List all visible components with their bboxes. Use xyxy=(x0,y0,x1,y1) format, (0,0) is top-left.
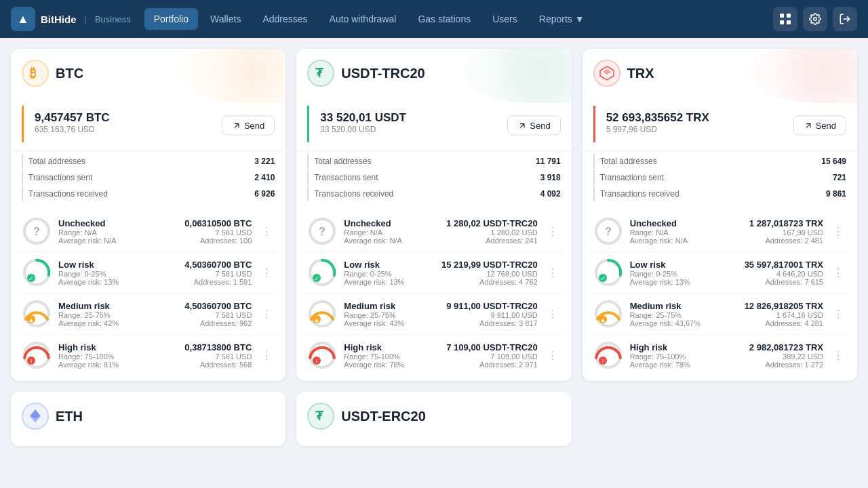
risk-gauge-question: ? xyxy=(307,216,337,246)
risk-label: Medium risk xyxy=(58,301,178,311)
risk-menu-button[interactable]: ⋮ xyxy=(545,305,561,323)
nav-gas-stations[interactable]: Gas stations xyxy=(408,8,480,30)
risk-label: Unchecked xyxy=(58,218,178,228)
send-icon xyxy=(517,121,527,130)
risk-gauge-question: ? xyxy=(22,216,52,246)
stat-label: Transactions sent xyxy=(600,173,664,182)
stat-value: 15 649 xyxy=(821,157,846,166)
risk-menu-button[interactable]: ⋮ xyxy=(258,346,275,365)
risk-menu-button[interactable]: ⋮ xyxy=(830,305,846,323)
risk-amount: 1 280,02 USDT-TRC20 xyxy=(446,218,537,228)
risk-usd: 7 581 USD xyxy=(184,270,252,278)
risk-usd: 12 768,00 USD xyxy=(441,270,538,278)
svg-rect-3 xyxy=(787,20,791,24)
nav-reports[interactable]: Reports ▼ xyxy=(530,8,594,30)
svg-text:₮: ₮ xyxy=(315,409,324,423)
risk-gauge-high: ! xyxy=(22,340,52,370)
card-header: ₿ BTC xyxy=(11,49,285,103)
send-button[interactable]: Send xyxy=(507,116,560,136)
risk-values: 7 109,00 USDT-TRC20 7 109,00 USD Address… xyxy=(446,342,537,369)
stat-row: Total addresses 3 221 xyxy=(22,154,275,169)
risk-usd: 389,22 USD xyxy=(749,352,823,361)
bottom-card-eth: ETH xyxy=(11,392,285,446)
risk-gauge-medium: ▲ xyxy=(593,299,623,329)
send-button[interactable]: Send xyxy=(222,116,275,136)
risk-menu-button[interactable]: ⋮ xyxy=(545,346,561,365)
risk-info: Medium risk Range: 25-75% Average risk: … xyxy=(58,301,178,327)
risk-avg: Average risk: 13% xyxy=(630,278,738,286)
svg-line-20 xyxy=(520,123,524,127)
risk-gauge-question: ? xyxy=(593,216,623,246)
risk-info: Unchecked Range: N/A Average risk: N/A xyxy=(630,218,743,245)
stat-row: Transactions sent 721 xyxy=(593,170,846,185)
settings-button[interactable] xyxy=(803,7,827,31)
nav-users[interactable]: Users xyxy=(483,8,527,30)
svg-rect-1 xyxy=(787,14,791,18)
stat-label: Transactions received xyxy=(600,189,679,199)
stat-label: Total addresses xyxy=(28,157,85,166)
send-button[interactable]: Send xyxy=(793,116,846,136)
logout-button[interactable] xyxy=(833,7,857,31)
risk-menu-button[interactable]: ⋮ xyxy=(258,222,275,241)
risk-addr: Addresses: 241 xyxy=(446,237,537,245)
svg-rect-0 xyxy=(780,14,784,18)
stat-row: Total addresses 11 791 xyxy=(307,154,560,169)
coin-card-btc: ₿ BTC 9,457457 BTC 635 163,76 USD Send xyxy=(11,49,285,381)
stat-row: Transactions received 9 861 xyxy=(593,186,846,201)
risk-row: ▲ Medium risk Range: 25-75% Average risk… xyxy=(304,293,563,335)
risk-gauge-high: ! xyxy=(307,340,337,370)
risk-amount: 1 287,018723 TRX xyxy=(749,218,823,228)
risk-addr: Addresses: 1 272 xyxy=(749,361,823,369)
risk-addr: Addresses: 568 xyxy=(184,361,252,369)
risk-info: Low risk Range: 0-25% Average risk: 13% xyxy=(630,260,738,286)
stat-value: 3 918 xyxy=(540,173,561,182)
risk-section: ? Unchecked Range: N/A Average risk: N/A… xyxy=(583,211,857,381)
bottom-cards-row: ETH ₮ USDT-ERC20 xyxy=(0,392,868,457)
stat-value: 3 221 xyxy=(254,157,275,166)
risk-menu-button[interactable]: ⋮ xyxy=(830,222,846,241)
nav-portfolio[interactable]: Portfolio xyxy=(144,8,198,30)
risk-label: High risk xyxy=(630,342,743,352)
risk-row: ! High risk Range: 75-100% Average risk:… xyxy=(19,335,277,375)
svg-text:▲: ▲ xyxy=(314,317,320,323)
risk-values: 9 911,00 USDT-TRC20 9 911,00 USD Address… xyxy=(446,301,537,327)
partial-card-header: ₮ USDT-ERC20 xyxy=(296,392,571,441)
svg-line-34 xyxy=(806,123,810,127)
risk-values: 1 287,018723 TRX 167,98 USD Addresses: 2… xyxy=(749,218,823,245)
stat-value: 721 xyxy=(833,173,846,182)
risk-info: Unchecked Range: N/A Average risk: N/A xyxy=(58,218,178,245)
risk-info: Low risk Range: 0-25% Average risk: 13% xyxy=(58,260,178,286)
risk-amount: 4,50360700 BTC xyxy=(184,260,252,270)
risk-menu-button[interactable]: ⋮ xyxy=(258,264,275,282)
risk-range: Range: 0-25% xyxy=(344,270,435,278)
coin-icon: ₿ xyxy=(22,60,49,87)
risk-usd: 7 581 USD xyxy=(184,311,252,319)
risk-values: 2 982,081723 TRX 389,22 USD Addresses: 1… xyxy=(749,342,823,369)
risk-menu-button[interactable]: ⋮ xyxy=(545,222,561,241)
grid-view-button[interactable] xyxy=(773,7,797,31)
risk-avg: Average risk: 81% xyxy=(58,361,178,369)
risk-row: ? Unchecked Range: N/A Average risk: N/A… xyxy=(304,211,563,252)
risk-label: Low risk xyxy=(58,260,178,270)
nav-wallets[interactable]: Wallets xyxy=(201,8,250,30)
risk-menu-button[interactable]: ⋮ xyxy=(545,264,561,282)
risk-info: High risk Range: 75-100% Average risk: 8… xyxy=(58,342,178,369)
svg-text:!: ! xyxy=(601,358,604,365)
risk-menu-button[interactable]: ⋮ xyxy=(830,346,846,365)
risk-addr: Addresses: 2 481 xyxy=(749,237,823,245)
risk-amount: 9 911,00 USDT-TRC20 xyxy=(446,301,537,311)
risk-usd: 1 280,02 USD xyxy=(446,228,537,237)
coin-icon: ₮ xyxy=(307,60,334,87)
nav-auto-withdrawal[interactable]: Auto withdrawal xyxy=(320,8,406,30)
risk-section: ? Unchecked Range: N/A Average risk: N/A… xyxy=(11,211,285,381)
risk-addr: Addresses: 4 281 xyxy=(745,319,823,327)
risk-menu-button[interactable]: ⋮ xyxy=(830,264,846,282)
nav-addresses[interactable]: Addresses xyxy=(253,8,317,30)
risk-amount: 4,50360700 BTC xyxy=(184,301,252,311)
risk-range: Range: 75-100% xyxy=(344,352,439,361)
gear-icon xyxy=(809,13,821,25)
risk-menu-button[interactable]: ⋮ xyxy=(258,305,275,323)
card-stats: Total addresses 11 791 Transactions sent… xyxy=(296,150,571,211)
risk-values: 0,06310500 BTC 7 581 USD Addresses: 100 xyxy=(184,218,252,245)
risk-row: ✓ Low risk Range: 0-25% Average risk: 13… xyxy=(304,252,563,293)
